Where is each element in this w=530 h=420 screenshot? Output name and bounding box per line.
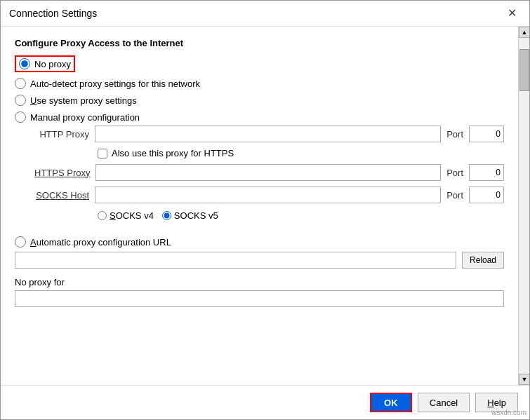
watermark: wsxdn.com — [491, 409, 526, 416]
auto-detect-option[interactable]: Auto-detect proxy settings for this netw… — [15, 78, 504, 89]
close-button[interactable]: ✕ — [503, 6, 521, 20]
auto-url-label[interactable]: Automatic proxy configuration URL — [30, 237, 171, 248]
title-bar: Connection Settings ✕ — [1, 1, 529, 27]
use-system-label[interactable]: Use system proxy settings — [30, 95, 137, 106]
manual-proxy-option[interactable]: Manual proxy configuration — [15, 111, 504, 123]
manual-proxy-radio[interactable] — [15, 111, 26, 123]
https-proxy-label: HTTPS Proxy — [34, 168, 90, 178]
manual-proxy-section: Manual proxy configuration HTTP Proxy Po… — [15, 111, 504, 226]
auto-url-input[interactable] — [15, 252, 456, 269]
https-port-input[interactable] — [469, 164, 504, 181]
auto-proxy-section: Automatic proxy configuration URL Reload — [15, 236, 504, 269]
socks5-label: SOCKS v5 — [174, 210, 218, 221]
connection-settings-dialog: Connection Settings ✕ Configure Proxy Ac… — [0, 0, 530, 420]
http-port-label: Port — [446, 129, 463, 140]
https-proxy-row: HTTPS Proxy Port — [34, 164, 504, 181]
cancel-button[interactable]: Cancel — [418, 393, 470, 412]
also-https-row: Also use this proxy for HTTPS — [98, 148, 504, 158]
section-title: Configure Proxy Access to the Internet — [15, 38, 504, 48]
content-area: Configure Proxy Access to the Internet N… — [1, 27, 529, 385]
http-port-input[interactable] — [469, 126, 504, 142]
socks-version-row: SOCKS v4 SOCKS v5 — [98, 210, 504, 221]
no-proxy-radio[interactable] — [19, 58, 30, 69]
auto-url-radio[interactable] — [15, 236, 26, 248]
also-https-label[interactable]: Also use this proxy for HTTPS — [112, 148, 234, 158]
auto-url-row: Reload — [15, 252, 504, 269]
http-proxy-row: HTTP Proxy Port — [34, 126, 504, 142]
proxy-fields: HTTP Proxy Port Also use this proxy for … — [34, 126, 504, 221]
dialog-title: Connection Settings — [9, 8, 97, 19]
socks-host-input[interactable] — [95, 187, 441, 203]
scrollbar-down-arrow[interactable]: ▼ — [519, 374, 529, 385]
auto-detect-radio[interactable] — [15, 78, 26, 89]
socks-host-label: SOCKS Host — [34, 190, 89, 201]
auto-detect-label[interactable]: Auto-detect proxy settings for this netw… — [30, 79, 200, 89]
https-port-label: Port — [446, 168, 463, 178]
manual-proxy-label[interactable]: Manual proxy configuration — [30, 112, 140, 123]
socks4-label: SOCKS v4 — [110, 210, 154, 221]
also-https-checkbox[interactable] — [98, 149, 107, 158]
no-proxy-label[interactable]: No proxy — [34, 59, 71, 69]
no-proxy-option[interactable]: No proxy — [15, 55, 504, 72]
reload-button[interactable]: Reload — [462, 252, 504, 269]
socks-host-row: SOCKS Host Port — [34, 187, 504, 203]
no-proxy-selected-box: No proxy — [15, 55, 75, 72]
no-proxy-for-input[interactable] — [15, 290, 504, 307]
footer: OK Cancel Help — [1, 385, 529, 419]
no-proxy-for-section: No proxy for — [15, 277, 504, 307]
http-proxy-label: HTTP Proxy — [34, 129, 89, 140]
scrollbar-track: ▲ ▼ — [518, 27, 529, 385]
socks5-radio[interactable] — [162, 211, 171, 220]
main-content: Configure Proxy Access to the Internet N… — [1, 27, 518, 385]
system-proxy-option[interactable]: Use system proxy settings — [15, 95, 504, 106]
scrollbar-up-arrow[interactable]: ▲ — [519, 27, 529, 38]
auto-url-option[interactable]: Automatic proxy configuration URL — [15, 236, 504, 248]
socks4-radio[interactable] — [98, 211, 107, 220]
socks-port-label: Port — [446, 190, 463, 201]
http-proxy-input[interactable] — [95, 126, 441, 142]
use-system-radio[interactable] — [15, 95, 26, 106]
https-proxy-input[interactable] — [95, 164, 441, 181]
ok-button[interactable]: OK — [370, 393, 412, 412]
scrollbar-thumb[interactable] — [519, 49, 529, 91]
socks4-option[interactable]: SOCKS v4 — [98, 210, 154, 221]
socks5-option[interactable]: SOCKS v5 — [162, 210, 218, 221]
no-proxy-for-label: No proxy for — [15, 277, 504, 287]
socks-port-input[interactable] — [469, 187, 504, 203]
proxy-radio-group: No proxy Auto-detect proxy settings for … — [15, 55, 504, 269]
use-system-label-text: Use system proxy settings — [30, 95, 137, 106]
